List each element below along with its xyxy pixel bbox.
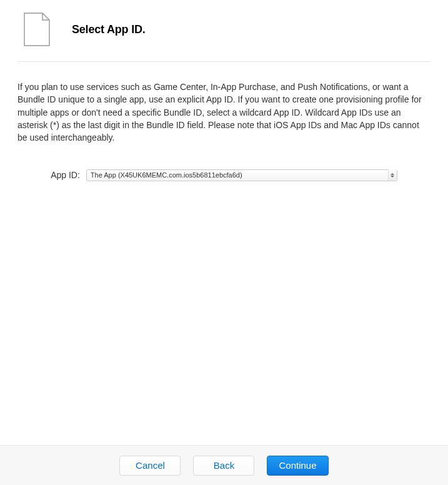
footer-bar: Cancel Back Continue — [0, 445, 448, 485]
continue-button[interactable]: Continue — [267, 456, 328, 476]
header-section: Select App ID. — [17, 12, 431, 62]
cancel-button[interactable]: Cancel — [119, 456, 181, 476]
app-id-row: App ID: The App (X45UK6MEMC.com.ios5b681… — [17, 169, 431, 181]
document-icon — [24, 12, 50, 46]
description-text: If you plan to use services such as Game… — [17, 81, 431, 144]
page-title: Select App ID. — [72, 23, 146, 36]
app-id-label: App ID: — [51, 170, 80, 180]
back-button[interactable]: Back — [193, 456, 254, 476]
app-id-select[interactable]: The App (X45UK6MEMC.com.ios5b6811ebcfa6d… — [86, 169, 397, 181]
app-id-select-wrapper: The App (X45UK6MEMC.com.ios5b6811ebcfa6d… — [86, 169, 397, 181]
